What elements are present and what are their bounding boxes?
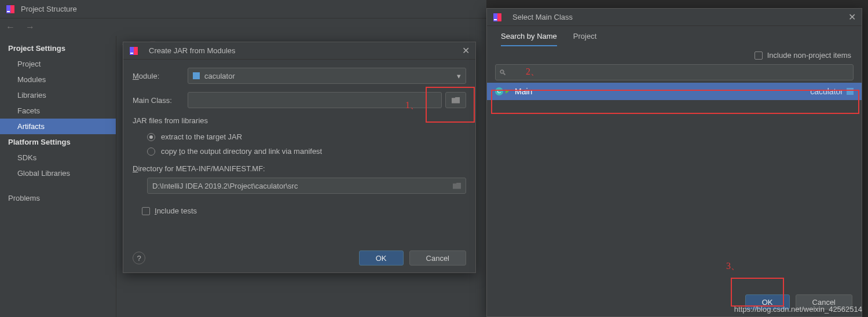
folder-icon [452, 97, 460, 104]
class-icon: C [495, 87, 503, 95]
sidebar-item-artifacts[interactable]: Artifacts [0, 119, 116, 134]
close-icon[interactable]: ✕ [848, 12, 856, 23]
smc-search-input[interactable]: 🔍︎ [495, 64, 854, 80]
module-value: caculator [204, 72, 235, 80]
module-icon [847, 88, 854, 95]
radio-icon [147, 133, 155, 141]
create-jar-dialog: Create JAR from Modules ✕ Module: cacula… [123, 42, 476, 273]
smc-title: Select Main Class [512, 13, 573, 21]
module-icon [193, 72, 200, 79]
nav-back-icon[interactable]: ← [6, 22, 15, 32]
ps-title: Project Structure [21, 5, 77, 13]
result-item-main[interactable]: C Main caculator [487, 83, 862, 100]
jar-titlebar: Create JAR from Modules ✕ [123, 42, 475, 60]
sidebar-item-project[interactable]: Project [0, 56, 116, 72]
smc-titlebar: Select Main Class ✕ [487, 9, 862, 26]
sidebar-item-libraries[interactable]: Libraries [0, 87, 116, 103]
runnable-icon [506, 89, 509, 94]
radio-icon [147, 148, 155, 156]
svg-rect-7 [130, 53, 133, 54]
tab-project[interactable]: Project [573, 32, 596, 46]
cancel-button[interactable]: Cancel [409, 250, 466, 266]
watermark: https://blog.csdn.net/weixin_42562514 [734, 305, 862, 314]
folder-icon [453, 183, 461, 189]
result-module: caculator [810, 87, 843, 96]
include-tests-checkbox[interactable]: Include tests [133, 202, 466, 215]
help-button[interactable]: ? [133, 252, 145, 264]
svg-rect-11 [494, 19, 497, 20]
search-icon: 🔍︎ [499, 68, 507, 77]
sidebar-item-global-libraries[interactable]: Global Libraries [0, 165, 116, 181]
nav-forward-icon[interactable]: → [25, 22, 35, 32]
intellij-icon [129, 46, 138, 56]
ps-titlebar: Project Structure [0, 0, 486, 19]
sidebar-item-sdks[interactable]: SDKs [0, 150, 116, 165]
ps-sidebar: Project Settings Project Modules Librari… [0, 36, 116, 317]
checkbox-icon [142, 207, 150, 215]
sidebar-item-facets[interactable]: Facets [0, 103, 116, 119]
ps-nav: ← → [0, 19, 486, 36]
browse-main-class-button[interactable] [445, 92, 466, 108]
smc-tabs: Search by Name Project [487, 26, 862, 46]
section-project-settings: Project Settings [0, 40, 116, 56]
intellij-icon [6, 5, 15, 14]
tab-search-by-name[interactable]: Search by Name [501, 32, 557, 46]
close-icon[interactable]: ✕ [462, 45, 470, 56]
select-main-class-dialog: Select Main Class ✕ Search by Name Proje… [486, 8, 862, 317]
section-platform-settings: Platform Settings [0, 134, 116, 150]
smc-results: C Main caculator [487, 83, 862, 100]
jar-files-section: JAR files from libraries [133, 116, 466, 125]
sidebar-item-problems[interactable]: Problems [0, 190, 116, 206]
svg-rect-3 [7, 11, 10, 12]
module-dropdown[interactable]: caculator ▾ [188, 68, 466, 84]
result-name: Main [515, 87, 532, 96]
main-class-input[interactable] [188, 92, 442, 108]
module-label: Module: [133, 72, 188, 80]
include-non-project-checkbox[interactable]: Include non-project items [755, 51, 851, 60]
jar-title: Create JAR from Modules [149, 46, 236, 55]
checkbox-icon [755, 51, 763, 60]
sidebar-item-modules[interactable]: Modules [0, 72, 116, 87]
manifest-dir-input[interactable]: D:\IntelliJ IDEA 2019.2\Project\caculato… [147, 178, 466, 194]
radio-extract[interactable]: extract to the target JAR [133, 130, 466, 144]
radio-copy[interactable]: copy to the output directory and link vi… [133, 144, 466, 158]
ok-button[interactable]: OK [359, 250, 404, 266]
intellij-icon [493, 13, 502, 22]
manifest-dir-label: Directory for META-INF/MANIFEST.MF: [133, 164, 466, 173]
chevron-down-icon: ▾ [457, 72, 461, 80]
main-class-label: Main Class: [133, 96, 188, 105]
